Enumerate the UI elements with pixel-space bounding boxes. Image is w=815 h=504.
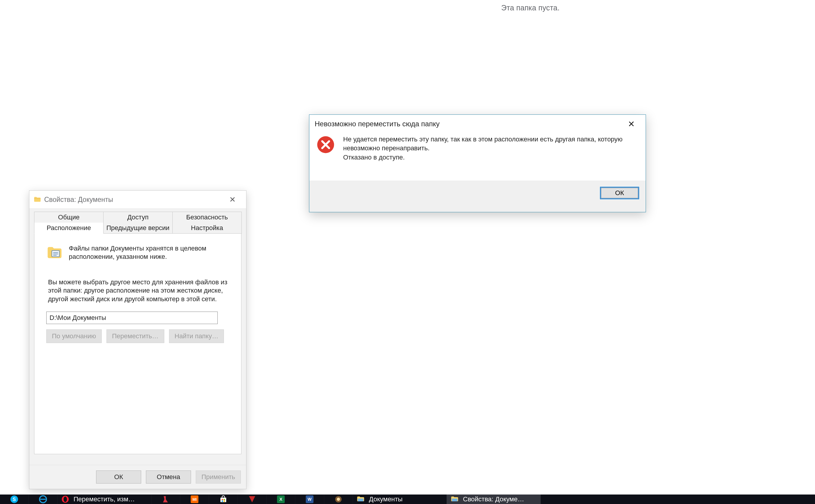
svg-rect-15 <box>222 500 223 502</box>
skype-icon: S <box>9 495 19 504</box>
tab-location[interactable]: Расположение <box>34 223 103 234</box>
folder-icon <box>33 196 41 203</box>
explorer-icon <box>450 495 460 504</box>
svg-rect-13 <box>222 499 223 500</box>
taskbar-item-gimp[interactable] <box>237 495 266 504</box>
properties-tabs: Общие Доступ Безопасность Расположение П… <box>29 209 246 454</box>
error-message-line1: Не удается переместить эту папку, так ка… <box>343 135 639 153</box>
svg-rect-12 <box>220 498 226 502</box>
ccleaner-icon <box>161 495 170 504</box>
mi-icon: MI <box>190 495 199 504</box>
taskbar-item-ccleaner[interactable] <box>151 495 180 504</box>
svg-text:X: X <box>279 497 282 502</box>
svg-rect-24 <box>452 499 458 501</box>
error-ok-button[interactable]: ОК <box>600 187 639 199</box>
tab-sharing[interactable]: Доступ <box>103 212 173 223</box>
properties-cancel-button[interactable]: Отмена <box>146 470 191 484</box>
svg-text:S: S <box>13 497 16 502</box>
error-titlebar[interactable]: Невозможно переместить сюда папку ✕ <box>309 115 646 133</box>
svg-rect-14 <box>224 499 225 500</box>
close-icon[interactable]: ✕ <box>618 115 645 133</box>
svg-rect-16 <box>224 500 225 502</box>
taskbar-item-opera[interactable]: Переместить, изм… <box>57 495 151 504</box>
properties-titlebar[interactable]: Свойства: Документы ✕ <box>29 191 246 209</box>
tab-general[interactable]: Общие <box>34 212 103 223</box>
explorer-empty-message: Эта папка пуста. <box>501 4 560 12</box>
error-dialog: Невозможно переместить сюда папку ✕ Не у… <box>309 114 646 212</box>
properties-apply-button[interactable]: Применить <box>196 470 241 484</box>
properties-dialog: Свойства: Документы ✕ Общие Доступ Безоп… <box>29 190 246 489</box>
taskbar-item-app[interactable] <box>324 495 352 504</box>
store-icon <box>218 495 228 504</box>
properties-footer: ОК Отмена Применить <box>29 465 246 489</box>
properties-ok-button[interactable]: ОК <box>96 470 141 484</box>
svg-point-22 <box>337 498 340 501</box>
svg-text:MI: MI <box>192 497 197 502</box>
taskbar-item-label: Переместить, изм… <box>74 495 135 503</box>
close-icon[interactable]: ✕ <box>220 191 245 208</box>
taskbar-item-skype[interactable]: S <box>0 495 28 504</box>
error-icon <box>316 135 335 154</box>
app-icon <box>247 495 257 504</box>
taskbar-item-store[interactable] <box>209 495 237 504</box>
taskbar-item-label: Документы <box>369 495 402 503</box>
taskbar-item-label: Свойства: Докуме… <box>463 495 524 503</box>
svg-rect-0 <box>52 251 60 257</box>
tab-previous-versions[interactable]: Предыдущие версии <box>103 223 173 234</box>
edge-icon <box>38 495 48 504</box>
word-icon: W <box>305 495 314 504</box>
location-description: Файлы папки Документы хранятся в целевом… <box>69 244 229 261</box>
app-generic-icon <box>334 495 343 504</box>
explorer-icon <box>356 495 365 504</box>
taskbar-item-edge[interactable] <box>28 495 57 504</box>
tab-customize[interactable]: Настройка <box>172 223 242 234</box>
find-target-button[interactable]: Найти папку… <box>169 329 224 343</box>
opera-icon <box>60 495 70 504</box>
tab-panel-location: Файлы папки Документы хранятся в целевом… <box>34 234 241 454</box>
taskbar-item-mi[interactable]: MI <box>180 495 209 504</box>
taskbar: S Переместить, изм… MI X <box>0 495 815 504</box>
error-title: Невозможно переместить сюда папку <box>315 120 618 128</box>
properties-title: Свойства: Документы <box>44 196 220 204</box>
error-message: Не удается переместить эту папку, так ка… <box>343 135 639 162</box>
svg-point-9 <box>63 497 67 502</box>
svg-rect-23 <box>358 499 363 501</box>
location-help-text: Вы можете выбрать другое место для хране… <box>48 278 229 303</box>
taskbar-item-word[interactable]: W <box>295 495 324 504</box>
tab-security[interactable]: Безопасность <box>172 212 242 223</box>
move-button[interactable]: Переместить… <box>106 329 164 343</box>
svg-text:W: W <box>307 497 312 502</box>
folder-large-icon <box>46 244 63 261</box>
error-message-line2: Отказано в доступе. <box>343 153 639 162</box>
taskbar-item-explorer-documents[interactable]: Документы <box>352 495 447 504</box>
excel-icon: X <box>276 495 285 504</box>
taskbar-item-explorer-properties[interactable]: Свойства: Докуме… <box>447 495 541 504</box>
location-path-field[interactable] <box>46 312 218 324</box>
taskbar-item-excel[interactable]: X <box>266 495 295 504</box>
restore-default-button[interactable]: По умолчанию <box>46 329 102 343</box>
